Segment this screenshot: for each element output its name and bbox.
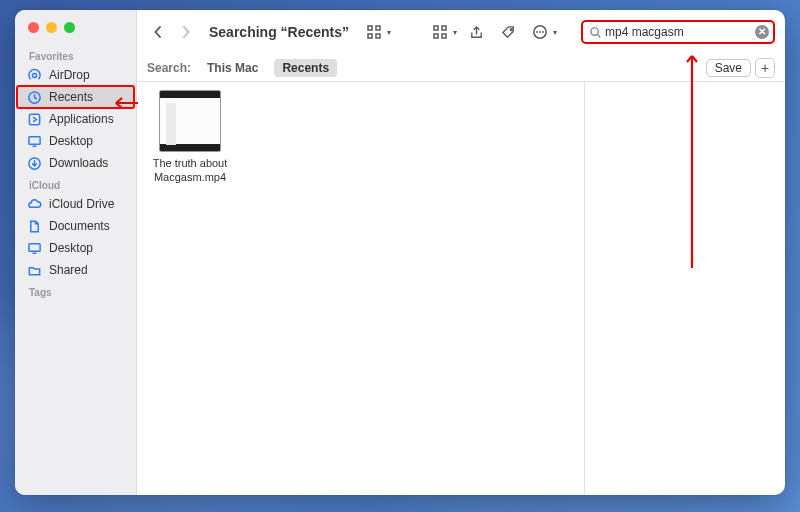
chevron-down-icon: ▾ bbox=[387, 28, 391, 37]
forward-button[interactable] bbox=[175, 19, 197, 45]
sidebar-item-label: AirDrop bbox=[49, 68, 90, 82]
group-by-button[interactable]: ▾ bbox=[427, 20, 457, 44]
search-results[interactable]: The truth about Macgasm.mp4 bbox=[137, 82, 585, 495]
action-menu-button[interactable]: ▾ bbox=[527, 20, 557, 44]
minimize-window-button[interactable] bbox=[46, 22, 57, 33]
sidebar-item-airdrop[interactable]: AirDrop bbox=[15, 64, 136, 86]
svg-rect-9 bbox=[376, 34, 380, 38]
preview-pane bbox=[585, 82, 785, 495]
chevron-down-icon: ▾ bbox=[553, 28, 557, 37]
svg-point-14 bbox=[510, 28, 512, 30]
sidebar-item-desktop-icloud[interactable]: Desktop bbox=[15, 237, 136, 259]
sidebar-item-label: Downloads bbox=[49, 156, 108, 170]
sidebar-section-tags: Tags bbox=[15, 281, 136, 300]
view-mode-button[interactable]: ▾ bbox=[361, 20, 391, 44]
svg-point-18 bbox=[542, 31, 544, 33]
svg-rect-12 bbox=[434, 34, 438, 38]
grid-icon bbox=[361, 20, 387, 44]
content-area: The truth about Macgasm.mp4 bbox=[137, 82, 785, 495]
search-scope-bar: Search: This Mac Recents Save + bbox=[137, 54, 785, 82]
shared-icon bbox=[27, 263, 42, 278]
svg-point-17 bbox=[539, 31, 541, 33]
main-pane: Searching “Recents” ▾ ▾ bbox=[137, 10, 785, 495]
video-thumbnail-icon bbox=[159, 90, 221, 152]
svg-rect-11 bbox=[442, 26, 446, 30]
chevron-left-icon bbox=[153, 25, 163, 39]
tag-icon bbox=[501, 25, 516, 40]
window-title: Searching “Recents” bbox=[209, 24, 349, 40]
toolbar: Searching “Recents” ▾ ▾ bbox=[137, 10, 785, 54]
svg-rect-13 bbox=[442, 34, 446, 38]
sidebar-item-label: Documents bbox=[49, 219, 110, 233]
svg-rect-5 bbox=[29, 243, 40, 251]
icloud-icon bbox=[27, 197, 42, 212]
sidebar-section-icloud: iCloud bbox=[15, 174, 136, 193]
fullscreen-window-button[interactable] bbox=[64, 22, 75, 33]
downloads-icon bbox=[27, 156, 42, 171]
close-window-button[interactable] bbox=[28, 22, 39, 33]
ellipsis-circle-icon bbox=[527, 20, 553, 44]
svg-point-16 bbox=[536, 31, 538, 33]
sidebar-item-icloud-drive[interactable]: iCloud Drive bbox=[15, 193, 136, 215]
tags-button[interactable] bbox=[495, 20, 521, 44]
sidebar-item-label: Applications bbox=[49, 112, 114, 126]
sidebar-item-downloads[interactable]: Downloads bbox=[15, 152, 136, 174]
scope-this-mac[interactable]: This Mac bbox=[199, 59, 266, 77]
svg-point-0 bbox=[32, 73, 36, 77]
sidebar: Favorites AirDrop Recents Applications D… bbox=[15, 10, 137, 495]
search-field-container: ✕ bbox=[581, 20, 775, 44]
desktop-icon bbox=[27, 134, 42, 149]
file-name-label: The truth about Macgasm.mp4 bbox=[147, 156, 233, 185]
clear-search-button[interactable]: ✕ bbox=[755, 25, 769, 39]
traffic-lights bbox=[15, 20, 136, 45]
scope-recents[interactable]: Recents bbox=[274, 59, 337, 77]
scope-label: Search: bbox=[147, 61, 191, 75]
share-icon bbox=[469, 25, 484, 40]
svg-rect-2 bbox=[29, 114, 39, 124]
share-button[interactable] bbox=[463, 20, 489, 44]
svg-rect-7 bbox=[376, 26, 380, 30]
search-icon bbox=[589, 25, 603, 39]
recents-icon bbox=[27, 90, 42, 105]
svg-point-19 bbox=[591, 28, 598, 35]
search-input[interactable] bbox=[605, 25, 755, 39]
airdrop-icon bbox=[27, 68, 42, 83]
file-item[interactable]: The truth about Macgasm.mp4 bbox=[147, 90, 233, 185]
svg-rect-6 bbox=[368, 26, 372, 30]
sidebar-item-shared[interactable]: Shared bbox=[15, 259, 136, 281]
save-search-button[interactable]: Save bbox=[706, 59, 751, 77]
chevron-right-icon bbox=[181, 25, 191, 39]
sidebar-item-label: iCloud Drive bbox=[49, 197, 114, 211]
documents-icon bbox=[27, 219, 42, 234]
sidebar-item-label: Desktop bbox=[49, 134, 93, 148]
svg-rect-10 bbox=[434, 26, 438, 30]
sidebar-item-label: Recents bbox=[49, 90, 93, 104]
sidebar-item-label: Shared bbox=[49, 263, 88, 277]
finder-window: Favorites AirDrop Recents Applications D… bbox=[15, 10, 785, 495]
chevron-down-icon: ▾ bbox=[453, 28, 457, 37]
add-rule-button[interactable]: + bbox=[755, 58, 775, 78]
sidebar-item-applications[interactable]: Applications bbox=[15, 108, 136, 130]
sidebar-section-favorites: Favorites bbox=[15, 45, 136, 64]
sidebar-item-desktop[interactable]: Desktop bbox=[15, 130, 136, 152]
desktop-icon bbox=[27, 241, 42, 256]
sidebar-item-label: Desktop bbox=[49, 241, 93, 255]
svg-rect-3 bbox=[29, 136, 40, 144]
group-icon bbox=[427, 20, 453, 44]
back-button[interactable] bbox=[147, 19, 169, 45]
sidebar-item-documents[interactable]: Documents bbox=[15, 215, 136, 237]
sidebar-item-recents[interactable]: Recents bbox=[17, 86, 134, 108]
svg-rect-8 bbox=[368, 34, 372, 38]
applications-icon bbox=[27, 112, 42, 127]
